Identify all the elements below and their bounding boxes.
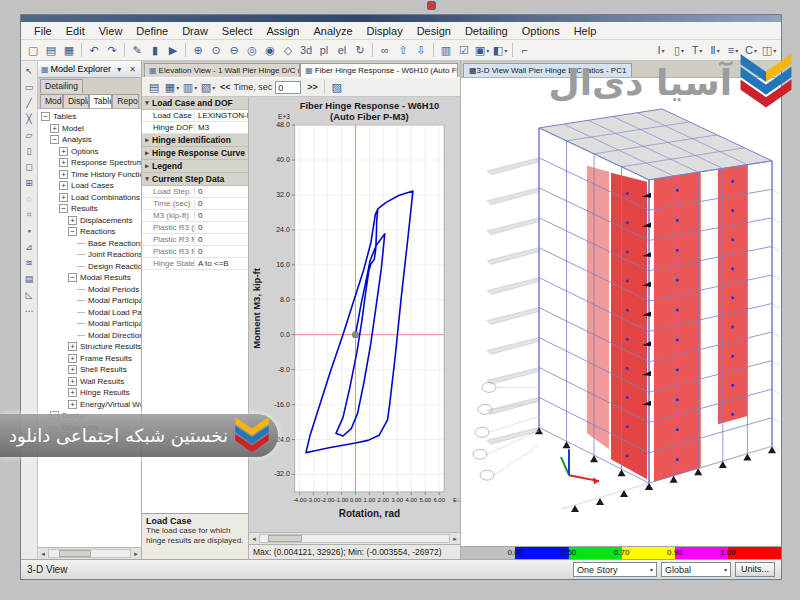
tab-reports[interactable]: Reports bbox=[112, 94, 139, 108]
tree-item[interactable]: Base Reactions bbox=[38, 238, 141, 250]
property-row[interactable]: Hinge StateA to <=B bbox=[142, 258, 248, 270]
expand-icon[interactable]: + bbox=[68, 342, 77, 351]
chart-hscroll-track[interactable] bbox=[259, 534, 450, 543]
tree-item[interactable]: −Reactions bbox=[38, 226, 141, 238]
undo-icon[interactable]: ↶ bbox=[85, 42, 103, 59]
collapse-icon[interactable]: ▾ bbox=[142, 99, 152, 107]
coordinate-system-selector[interactable]: Global ▾ bbox=[661, 562, 731, 577]
draw-mode-icon[interactable]: ⌐ bbox=[516, 42, 534, 59]
draw-braces-tool-icon[interactable]: ╳ bbox=[22, 111, 37, 126]
collapse-icon[interactable]: − bbox=[59, 204, 68, 213]
draw-wall-tool-icon[interactable]: ▯ bbox=[22, 143, 37, 158]
run-analysis-icon[interactable]: ▶ bbox=[164, 42, 182, 59]
tree-item[interactable]: Design Reactions bbox=[38, 261, 141, 273]
document-tab-0[interactable]: ▦Elevation View - 1 Wall Pier Hinge D/C … bbox=[144, 63, 300, 77]
expand-icon[interactable]: + bbox=[59, 181, 68, 190]
reshape-tool-icon[interactable]: ▭ bbox=[22, 79, 37, 94]
elevation-view-icon[interactable]: el bbox=[333, 42, 351, 59]
menu-detailing[interactable]: Detailing bbox=[458, 25, 515, 37]
tree-item[interactable]: +Model bbox=[38, 123, 141, 135]
tree-item[interactable]: +Load Combinations bbox=[38, 192, 141, 204]
expand-icon[interactable]: + bbox=[68, 354, 77, 363]
close-panel-icon[interactable]: ✕ bbox=[127, 65, 138, 74]
property-row[interactable]: Load CaseLEXINGTON-FI bbox=[142, 110, 248, 122]
expand-icon[interactable]: + bbox=[50, 124, 59, 133]
property-group-header[interactable]: ▾Current Step Data bbox=[142, 173, 248, 186]
tree-hscroll-track[interactable] bbox=[48, 549, 131, 558]
new-model-icon[interactable]: ▢ bbox=[24, 42, 42, 59]
expand-icon[interactable]: + bbox=[59, 170, 68, 179]
tree-item[interactable]: −Results bbox=[38, 203, 141, 215]
expand-icon[interactable]: ▸ bbox=[142, 136, 152, 144]
window-titlebar[interactable] bbox=[21, 15, 781, 22]
menu-define[interactable]: Define bbox=[129, 25, 175, 37]
scroll-right-icon[interactable]: ▸ bbox=[131, 550, 141, 558]
tree-item[interactable]: +Load Cases bbox=[38, 180, 141, 192]
tree-item[interactable]: Joint Reactions bbox=[38, 249, 141, 261]
expand-icon[interactable]: + bbox=[68, 365, 77, 374]
tree-item[interactable]: +Response Spectrum Functions bbox=[38, 157, 141, 169]
draw-area-tool-icon[interactable]: ◻ bbox=[22, 159, 37, 174]
collapse-icon[interactable]: − bbox=[50, 135, 59, 144]
redo-icon[interactable]: ↷ bbox=[103, 42, 121, 59]
tab-model[interactable]: Model bbox=[40, 94, 63, 108]
menu-design[interactable]: Design bbox=[410, 25, 458, 37]
menu-help[interactable]: Help bbox=[567, 25, 604, 37]
export-plot-icon[interactable]: ▤ bbox=[145, 79, 163, 96]
property-group-header[interactable]: ▾Load Case and DOF bbox=[142, 97, 248, 110]
chart-hscroll-thumb[interactable] bbox=[268, 535, 302, 542]
property-group-header[interactable]: ▸Legend bbox=[142, 160, 248, 173]
expand-icon[interactable]: ▸ bbox=[142, 149, 152, 157]
expand-icon[interactable]: + bbox=[59, 147, 68, 156]
property-group-header[interactable]: ▸Hinge Identification bbox=[142, 134, 248, 147]
perspective-icon[interactable]: ∞ bbox=[376, 42, 394, 59]
expand-icon[interactable]: + bbox=[59, 193, 68, 202]
assign-objects-icon[interactable]: ▣▾ bbox=[473, 42, 491, 59]
tree-item[interactable]: +Frame Results bbox=[38, 353, 141, 365]
rotate-view-icon[interactable]: ↻ bbox=[351, 42, 369, 59]
model-explorer-header[interactable]: ▦ Model Explorer ▾ ✕ bbox=[38, 61, 141, 78]
chart-scroll-left-icon[interactable]: ◂ bbox=[249, 535, 259, 543]
collapse-icon[interactable]: ▾ bbox=[142, 175, 152, 183]
property-row[interactable]: Time (sec)0 bbox=[142, 198, 248, 210]
menu-edit[interactable]: Edit bbox=[59, 25, 92, 37]
property-group-header[interactable]: ▸Hinge Response Curve bbox=[142, 147, 248, 160]
select-objects-icon[interactable]: ◧▾ bbox=[491, 42, 509, 59]
plot-style-icon[interactable]: ▦▾ bbox=[163, 79, 181, 96]
move-up-in-list-icon[interactable]: ⇧ bbox=[394, 42, 412, 59]
expand-icon[interactable]: + bbox=[68, 216, 77, 225]
document-view-icon[interactable]: ▧▾ bbox=[199, 79, 217, 96]
snap-point-tool-icon[interactable]: ▪ bbox=[22, 223, 37, 238]
plan-view-icon[interactable]: pl bbox=[315, 42, 333, 59]
time-step-forward-button[interactable]: >> bbox=[304, 82, 321, 92]
menu-assign[interactable]: Assign bbox=[259, 25, 306, 37]
refresh-plot-icon[interactable]: ▨ bbox=[328, 79, 346, 96]
tree-item[interactable]: +Time History Functions bbox=[38, 169, 141, 181]
property-row[interactable]: Hinge DOFM3 bbox=[142, 122, 248, 134]
save-icon[interactable]: ▦ bbox=[60, 42, 78, 59]
zoom-window-icon[interactable]: ⊕ bbox=[189, 42, 207, 59]
view-3d-canvas[interactable] bbox=[461, 77, 781, 546]
tree-item[interactable]: −Tables bbox=[38, 111, 141, 123]
collapse-icon[interactable]: − bbox=[68, 273, 77, 282]
tree-item[interactable]: +Options bbox=[38, 146, 141, 158]
tree-item[interactable]: Modal Direction Factors bbox=[38, 330, 141, 342]
lock-model-icon[interactable]: ▮ bbox=[146, 42, 164, 59]
property-row[interactable]: Plastic R3 Min (rad0 bbox=[142, 246, 248, 258]
chart-hscrollbar[interactable]: ◂ ▸ bbox=[249, 532, 460, 544]
view-3d-icon[interactable]: 3d bbox=[297, 42, 315, 59]
tree-item[interactable]: +Shell Results bbox=[38, 364, 141, 376]
pin-panel-icon[interactable]: ▾ bbox=[115, 65, 123, 74]
table-view-icon[interactable]: ▥▾ bbox=[181, 79, 199, 96]
open-icon[interactable]: ▤ bbox=[42, 42, 60, 59]
menu-display[interactable]: Display bbox=[360, 25, 410, 37]
expand-icon[interactable]: ▸ bbox=[142, 162, 152, 170]
tab-tables[interactable]: Tables bbox=[89, 94, 113, 108]
snap-grid-tool-icon[interactable]: ⌗ bbox=[22, 207, 37, 222]
menu-select[interactable]: Select bbox=[215, 25, 260, 37]
zoom-out-icon[interactable]: ⊖ bbox=[225, 42, 243, 59]
story-selector[interactable]: One Story ▾ bbox=[573, 562, 657, 577]
zoom-in-icon[interactable]: ⊙ bbox=[207, 42, 225, 59]
document-tab-1[interactable]: ▦Fiber Hinge Response - W6H10 (Auto Fib.… bbox=[300, 63, 458, 77]
expand-icon[interactable]: + bbox=[68, 388, 77, 397]
